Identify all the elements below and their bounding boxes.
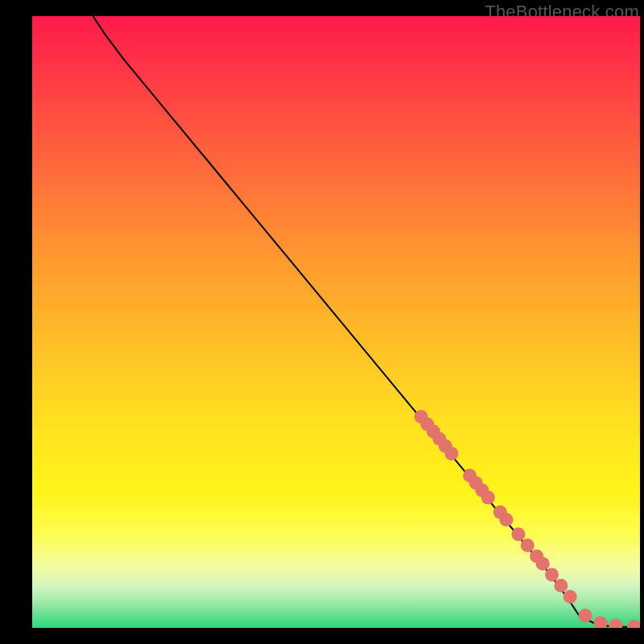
- data-point: [545, 568, 559, 581]
- data-point: [593, 616, 607, 628]
- data-point: [579, 609, 592, 622]
- chart-svg: [32, 16, 640, 628]
- data-point: [444, 447, 458, 460]
- data-point: [564, 590, 577, 604]
- data-point: [609, 618, 622, 628]
- data-point: [481, 491, 495, 505]
- curve-path: [93, 16, 641, 627]
- data-point: [512, 527, 526, 541]
- plot-area: [32, 16, 640, 628]
- data-point: [521, 539, 535, 552]
- chart-frame: TheBottleneck.com: [0, 0, 644, 644]
- data-point: [499, 513, 513, 526]
- data-point: [627, 620, 640, 628]
- data-point: [554, 579, 568, 592]
- data-point: [536, 557, 550, 571]
